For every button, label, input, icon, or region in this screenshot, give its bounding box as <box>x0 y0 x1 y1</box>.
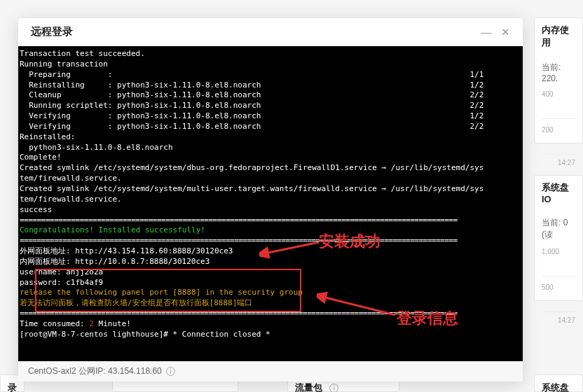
terminal-output[interactable]: Transaction test succeeded.Running trans… <box>18 46 523 361</box>
terminal-line: Running transaction <box>20 59 521 70</box>
terminal-line: 外网面板地址: http://43.154.118.60:8888/30120c… <box>20 246 521 257</box>
chart-placeholder <box>542 99 575 119</box>
remote-login-modal: 远程登录 — ✕ Transaction test succeeded.Runn… <box>18 18 523 382</box>
terminal-line: Created symlink /etc/systemd/system/dbus… <box>20 163 521 174</box>
terminal-line: [root@VM-8-7-centos lighthouse]# * Conne… <box>20 330 521 340</box>
terminal-line: Complete! <box>20 153 521 163</box>
tab-system-disk[interactable]: 系统盘 <box>534 374 583 392</box>
panel-current-value: 当前: 0 (读 <box>542 217 575 241</box>
terminal-line: ========================================… <box>20 309 521 319</box>
panel-memory-usage: 内存使用 当前: 220. 400 200 14:27 <box>534 18 583 144</box>
terminal-line: Time consumed: 2 Minute! <box>20 319 521 330</box>
terminal-line: Created symlink /etc/systemd/system/mult… <box>20 184 521 195</box>
footer-host-info: CentOS-axl2 公网IP: 43.154.118.60 <box>28 365 162 377</box>
panel-disk-io: 系统盘IO 当前: 0 (读 1,000 500 14:27 <box>534 175 583 301</box>
terminal-line: 内网面板地址: http://10.0.8.7:8888/30120ce3 <box>20 257 521 267</box>
terminal-line: Cleanup : python3-six-1.11.0-8.el8.noarc… <box>20 90 521 101</box>
modal-footer: CentOS-axl2 公网IP: 43.154.118.60 i <box>18 361 523 382</box>
terminal-line: 若无法访问面板，请检查防火墙/安全组是否有放行面板[8888]端口 <box>20 298 521 309</box>
minimize-icon[interactable]: — <box>481 27 491 37</box>
terminal-line: ========================================… <box>20 236 521 246</box>
panel-title: 内存使用 <box>542 24 575 49</box>
terminal-line: release the following panel port [8888] … <box>20 288 521 298</box>
close-icon[interactable]: ✕ <box>501 27 510 37</box>
terminal-line: Verifying : python3-six-1.11.0-8.el8.noa… <box>20 111 521 122</box>
terminal-line: tem/firewalld.service. <box>20 195 521 205</box>
terminal-line: Reinstalling : python3-six-1.11.0-8.el8.… <box>20 80 521 91</box>
chart-placeholder <box>542 257 575 276</box>
info-icon[interactable]: i <box>166 367 175 376</box>
terminal-line: username: ahjj2o2a <box>20 267 521 278</box>
info-icon: i <box>329 384 338 392</box>
panel-title: 系统盘IO <box>542 181 575 204</box>
terminal-line: python3-six-1.11.0-8.el8.noarch <box>20 143 521 153</box>
terminal-line: success <box>20 205 521 216</box>
terminal-line: password: c1fb4af9 <box>20 278 521 288</box>
modal-title: 远程登录 <box>31 25 73 38</box>
terminal-line: tem/firewalld.service. <box>20 174 521 184</box>
terminal-line: Verifying : python3-six-1.11.0-8.el8.noa… <box>20 122 521 132</box>
panel-current-value: 当前: 220. <box>542 62 575 83</box>
terminal-line: Reinstalled: <box>20 132 521 143</box>
modal-header: 远程登录 — ✕ <box>18 18 523 46</box>
terminal-line: Running scriptlet: python3-six-1.11.0-8.… <box>20 101 521 111</box>
terminal-line: Preparing : 1/1 <box>20 70 521 80</box>
terminal-line: Congratulations! Installed successfully! <box>20 225 521 236</box>
terminal-line: ========================================… <box>20 216 521 226</box>
terminal-line: Transaction test succeeded. <box>20 49 521 59</box>
